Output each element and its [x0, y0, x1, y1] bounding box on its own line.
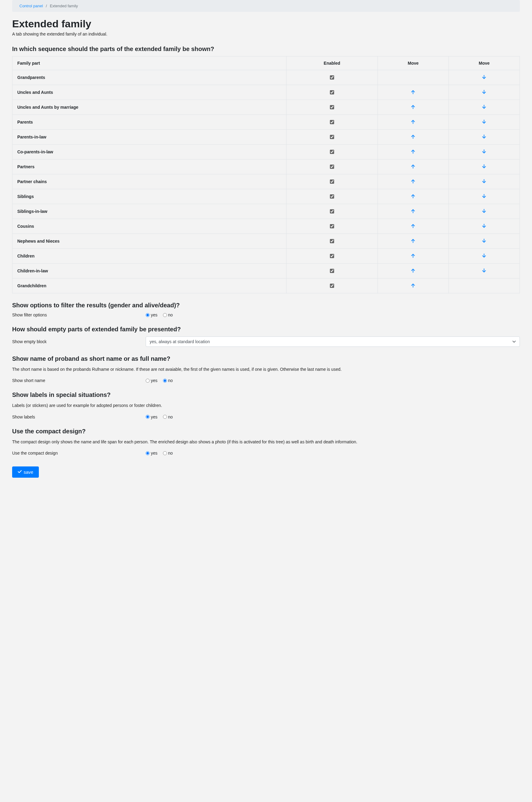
enabled-checkbox[interactable] — [330, 75, 334, 79]
labels-no-label: no — [168, 414, 173, 419]
move-down-cell — [449, 100, 519, 115]
breadcrumb: Control panel / Extended family — [12, 0, 520, 12]
enabled-checkbox[interactable] — [330, 269, 334, 273]
arrow-up-icon[interactable] — [410, 283, 416, 288]
family-part-enabled-cell — [286, 85, 378, 100]
labels-yes-label: yes — [151, 414, 157, 419]
shortname-no-option[interactable]: no — [163, 378, 173, 383]
arrow-down-icon[interactable] — [481, 119, 487, 125]
arrow-up-icon[interactable] — [410, 164, 416, 169]
move-up-cell — [378, 174, 449, 189]
enabled-checkbox[interactable] — [330, 150, 334, 154]
arrow-up-icon[interactable] — [410, 208, 416, 214]
table-row: Parents — [13, 115, 520, 130]
filter-no-option[interactable]: no — [163, 313, 173, 317]
shortname-yes-option[interactable]: yes — [146, 378, 157, 383]
family-part-enabled-cell — [286, 249, 378, 264]
family-part-name: Co-parents-in-law — [13, 145, 286, 160]
compact-no-radio[interactable] — [163, 451, 167, 455]
family-part-enabled-cell — [286, 204, 378, 219]
arrow-up-icon[interactable] — [410, 238, 416, 244]
family-part-name: Uncles and Aunts — [13, 85, 286, 100]
arrow-down-icon[interactable] — [481, 238, 487, 244]
enabled-checkbox[interactable] — [330, 165, 334, 169]
enabled-checkbox[interactable] — [330, 224, 334, 228]
compact-heading: Use the compact design? — [12, 428, 520, 435]
filter-no-radio[interactable] — [163, 313, 167, 317]
arrow-down-icon[interactable] — [481, 149, 487, 154]
arrow-down-icon[interactable] — [481, 164, 487, 169]
arrow-down-icon[interactable] — [481, 268, 487, 273]
filter-heading: Show options to filter the results (gend… — [12, 302, 520, 309]
labels-yes-radio[interactable] — [146, 415, 150, 419]
enabled-checkbox[interactable] — [330, 194, 334, 199]
enabled-checkbox[interactable] — [330, 254, 334, 258]
arrow-down-icon[interactable] — [481, 89, 487, 95]
compact-no-option[interactable]: no — [163, 451, 173, 455]
arrow-up-icon[interactable] — [410, 89, 416, 95]
labels-no-option[interactable]: no — [163, 414, 173, 419]
compact-yes-radio[interactable] — [146, 451, 150, 455]
labels-heading: Show labels in special situations? — [12, 391, 520, 398]
arrow-up-icon[interactable] — [410, 223, 416, 229]
arrow-down-icon[interactable] — [481, 223, 487, 229]
move-down-cell — [449, 115, 519, 130]
save-button[interactable]: save — [12, 466, 39, 478]
enabled-checkbox[interactable] — [330, 239, 334, 243]
family-part-name: Siblings-in-law — [13, 204, 286, 219]
arrow-up-icon[interactable] — [410, 134, 416, 139]
arrow-up-icon[interactable] — [410, 149, 416, 154]
arrow-up-icon[interactable] — [410, 104, 416, 110]
move-down-cell — [449, 278, 519, 293]
enabled-checkbox[interactable] — [330, 284, 334, 288]
family-part-name: Parents-in-law — [13, 130, 286, 145]
filter-yes-radio[interactable] — [146, 313, 150, 317]
table-row: Uncles and Aunts by marriage — [13, 100, 520, 115]
enabled-checkbox[interactable] — [330, 90, 334, 94]
move-down-cell — [449, 204, 519, 219]
arrow-up-icon[interactable] — [410, 179, 416, 184]
breadcrumb-root-link[interactable]: Control panel — [19, 4, 43, 8]
arrow-down-icon[interactable] — [481, 74, 487, 80]
arrow-down-icon[interactable] — [481, 134, 487, 139]
move-down-cell — [449, 174, 519, 189]
arrow-down-icon[interactable] — [481, 208, 487, 214]
move-down-cell — [449, 234, 519, 249]
family-part-enabled-cell — [286, 100, 378, 115]
compact-description: The compact design only shows the name a… — [12, 439, 520, 445]
filter-yes-option[interactable]: yes — [146, 313, 157, 317]
enabled-checkbox[interactable] — [330, 209, 334, 213]
family-part-name: Nephews and Nieces — [13, 234, 286, 249]
arrow-down-icon[interactable] — [481, 193, 487, 199]
move-up-cell — [378, 145, 449, 160]
arrow-down-icon[interactable] — [481, 104, 487, 110]
table-row: Partner chains — [13, 174, 520, 189]
labels-description: Labels (or stickers) are used for exampl… — [12, 402, 520, 409]
arrow-up-icon[interactable] — [410, 119, 416, 125]
arrow-down-icon[interactable] — [481, 253, 487, 258]
family-part-name: Partner chains — [13, 174, 286, 189]
move-up-cell — [378, 204, 449, 219]
labels-no-radio[interactable] — [163, 415, 167, 419]
labels-yes-option[interactable]: yes — [146, 414, 157, 419]
family-part-name: Uncles and Aunts by marriage — [13, 100, 286, 115]
shortname-yes-radio[interactable] — [146, 379, 150, 383]
enabled-checkbox[interactable] — [330, 135, 334, 139]
arrow-up-icon[interactable] — [410, 268, 416, 273]
arrow-up-icon[interactable] — [410, 193, 416, 199]
compact-yes-option[interactable]: yes — [146, 451, 157, 455]
family-part-name: Siblings — [13, 189, 286, 204]
sequence-heading: In which sequence should the parts of th… — [12, 45, 520, 53]
empty-block-select[interactable]: yes, always at standard location — [146, 336, 520, 347]
enabled-checkbox[interactable] — [330, 180, 334, 184]
empty-label: Show empty block — [12, 339, 146, 344]
enabled-checkbox[interactable] — [330, 105, 334, 109]
enabled-checkbox[interactable] — [330, 120, 334, 124]
move-up-cell — [378, 189, 449, 204]
table-row: Siblings — [13, 189, 520, 204]
compact-yes-label: yes — [151, 451, 157, 455]
arrow-down-icon[interactable] — [481, 179, 487, 184]
breadcrumb-separator: / — [44, 4, 49, 8]
shortname-no-radio[interactable] — [163, 379, 167, 383]
arrow-up-icon[interactable] — [410, 253, 416, 258]
